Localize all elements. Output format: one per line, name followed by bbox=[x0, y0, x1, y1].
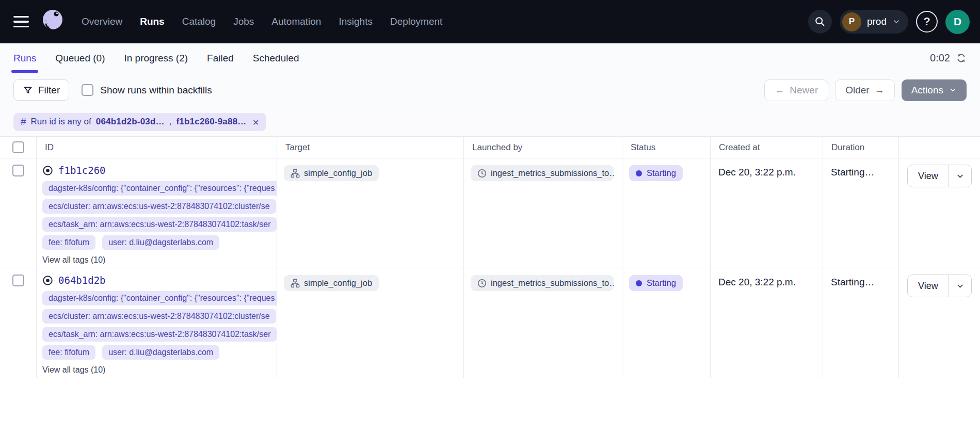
nav-item-runs[interactable]: Runs bbox=[140, 16, 165, 27]
launched-by-pill[interactable]: ingest_metrics_submissions_to… bbox=[471, 275, 614, 291]
filter-chip-separator: , bbox=[169, 117, 172, 127]
search-icon bbox=[814, 16, 826, 27]
nav-item-deployment[interactable]: Deployment bbox=[390, 16, 442, 27]
run-tag[interactable]: ecs/task_arn: arn:aws:ecs:us-west-2:8784… bbox=[42, 217, 277, 232]
run-id-filter-chip[interactable]: # Run id is any of 064b1d2b-03d… , f1b1c… bbox=[13, 113, 266, 131]
search-button[interactable] bbox=[808, 10, 832, 34]
column-header-launched-by: Launched by bbox=[464, 137, 622, 158]
status-label: Starting bbox=[647, 278, 676, 288]
status-label: Starting bbox=[647, 168, 676, 178]
tab-failed[interactable]: Failed bbox=[207, 43, 234, 73]
deployment-switcher[interactable]: P prod bbox=[840, 10, 908, 34]
newer-button[interactable]: ← Newer bbox=[764, 79, 828, 101]
show-backfills-label: Show runs within backfills bbox=[100, 85, 212, 96]
view-split-button: View bbox=[907, 275, 972, 297]
run-id-link[interactable]: f1b1c260 bbox=[42, 165, 106, 176]
main-nav-links: Overview Runs Catalog Jobs Automation In… bbox=[82, 16, 442, 27]
show-backfills-checkbox[interactable] bbox=[82, 84, 93, 96]
question-mark-icon: ? bbox=[923, 15, 930, 28]
nav-item-overview[interactable]: Overview bbox=[82, 16, 122, 27]
run-tag[interactable]: ecs/task_arn: arn:aws:ecs:us-west-2:8784… bbox=[42, 327, 277, 342]
view-button[interactable]: View bbox=[908, 275, 949, 297]
view-split-button: View bbox=[907, 165, 972, 187]
run-tag[interactable]: user: d.liu@dagsterlabs.com bbox=[102, 345, 219, 360]
nav-item-automation[interactable]: Automation bbox=[271, 16, 321, 27]
user-avatar[interactable]: D bbox=[945, 10, 970, 34]
duration-value: Starting… bbox=[823, 158, 899, 268]
tab-runs[interactable]: Runs bbox=[13, 43, 36, 73]
created-at-value: Dec 20, 3:22 p.m. bbox=[711, 268, 823, 378]
active-filters-row: # Run id is any of 064b1d2b-03d… , f1b1c… bbox=[0, 107, 980, 136]
remove-filter-icon[interactable]: × bbox=[253, 117, 259, 127]
runs-table: ID Target Launched by Status Created at … bbox=[0, 136, 980, 378]
nav-item-jobs[interactable]: Jobs bbox=[233, 16, 254, 27]
tab-queued[interactable]: Queued (0) bbox=[55, 43, 105, 73]
run-status-circle-icon bbox=[42, 275, 53, 286]
created-at-value: Dec 20, 3:22 p.m. bbox=[711, 158, 823, 268]
clock-icon bbox=[477, 279, 487, 288]
view-all-tags-link[interactable]: View all tags (10) bbox=[42, 365, 105, 375]
deployment-name: prod bbox=[867, 16, 887, 27]
backfills-toggle-group: Show runs within backfills bbox=[82, 84, 212, 96]
funnel-icon bbox=[23, 85, 33, 95]
column-header-duration: Duration bbox=[823, 137, 899, 158]
run-tag[interactable]: dagster-k8s/config: {"container_config":… bbox=[42, 181, 277, 196]
chevron-down-icon bbox=[949, 86, 957, 94]
target-job-pill[interactable]: simple_config_job bbox=[284, 275, 379, 291]
row-checkbox[interactable] bbox=[12, 275, 24, 286]
refresh-countdown: 0:02 bbox=[930, 52, 950, 64]
tab-scheduled[interactable]: Scheduled bbox=[253, 43, 299, 73]
hamburger-menu-icon[interactable] bbox=[13, 16, 29, 28]
nav-right-controls: P prod ? D bbox=[808, 10, 970, 34]
run-tag[interactable]: ecs/cluster: arn:aws:ecs:us-west-2:87848… bbox=[42, 199, 276, 214]
older-button-label: Older bbox=[845, 85, 869, 96]
status-dot-icon bbox=[636, 170, 642, 176]
run-tag[interactable]: user: d.liu@dagsterlabs.com bbox=[102, 235, 219, 250]
status-dot-icon bbox=[636, 280, 642, 286]
view-all-tags-link[interactable]: View all tags (10) bbox=[42, 255, 105, 265]
hash-icon: # bbox=[21, 116, 26, 127]
view-more-chevron[interactable] bbox=[949, 275, 971, 297]
filter-button[interactable]: Filter bbox=[13, 79, 69, 101]
view-more-chevron[interactable] bbox=[949, 165, 971, 187]
launched-by-name: ingest_metrics_submissions_to… bbox=[491, 168, 614, 178]
run-status-circle-icon bbox=[42, 165, 53, 176]
top-nav: Overview Runs Catalog Jobs Automation In… bbox=[0, 0, 980, 43]
runs-tabs-bar: Runs Queued (0) In progress (2) Failed S… bbox=[0, 43, 980, 73]
target-job-name: simple_config_job bbox=[304, 168, 372, 178]
newer-button-label: Newer bbox=[790, 85, 818, 96]
status-badge[interactable]: Starting bbox=[629, 165, 683, 181]
launched-by-pill[interactable]: ingest_metrics_submissions_to… bbox=[471, 165, 614, 181]
actions-button[interactable]: Actions bbox=[902, 79, 967, 101]
filter-chip-run-id-1: 064b1d2b-03d… bbox=[96, 117, 165, 127]
column-header-actions bbox=[899, 137, 980, 158]
table-row: 064b1d2b dagster-k8s/config: {"container… bbox=[0, 268, 980, 378]
run-tag[interactable]: ecs/cluster: arn:aws:ecs:us-west-2:87848… bbox=[42, 309, 276, 324]
tab-in-progress[interactable]: In progress (2) bbox=[124, 43, 188, 73]
dagster-logo-icon[interactable] bbox=[39, 7, 66, 36]
nav-item-insights[interactable]: Insights bbox=[339, 16, 372, 27]
row-checkbox[interactable] bbox=[12, 165, 24, 176]
select-all-checkbox[interactable] bbox=[12, 141, 24, 153]
help-button[interactable]: ? bbox=[916, 11, 938, 33]
run-id-link[interactable]: 064b1d2b bbox=[42, 275, 106, 286]
clock-icon bbox=[477, 169, 487, 178]
older-button[interactable]: Older → bbox=[835, 79, 894, 101]
filter-button-label: Filter bbox=[38, 85, 60, 96]
column-header-id: ID bbox=[37, 137, 277, 158]
run-tag[interactable]: dagster-k8s/config: {"container_config":… bbox=[42, 291, 277, 305]
run-tag[interactable]: fee: fifofum bbox=[42, 235, 95, 250]
runs-toolbar: Filter Show runs within backfills ← Newe… bbox=[0, 73, 980, 107]
refresh-icon[interactable] bbox=[956, 53, 967, 63]
filter-chip-run-id-2: f1b1c260-9a88… bbox=[176, 117, 246, 127]
target-job-name: simple_config_job bbox=[304, 278, 372, 288]
duration-value: Starting… bbox=[823, 268, 899, 378]
deployment-avatar: P bbox=[842, 12, 861, 31]
status-badge[interactable]: Starting bbox=[629, 275, 683, 291]
job-graph-icon bbox=[291, 279, 300, 288]
view-button[interactable]: View bbox=[908, 165, 949, 187]
nav-item-catalog[interactable]: Catalog bbox=[182, 16, 216, 27]
target-job-pill[interactable]: simple_config_job bbox=[284, 165, 379, 181]
table-header-row: ID Target Launched by Status Created at … bbox=[0, 137, 980, 158]
run-tag[interactable]: fee: fifofum bbox=[42, 345, 95, 360]
